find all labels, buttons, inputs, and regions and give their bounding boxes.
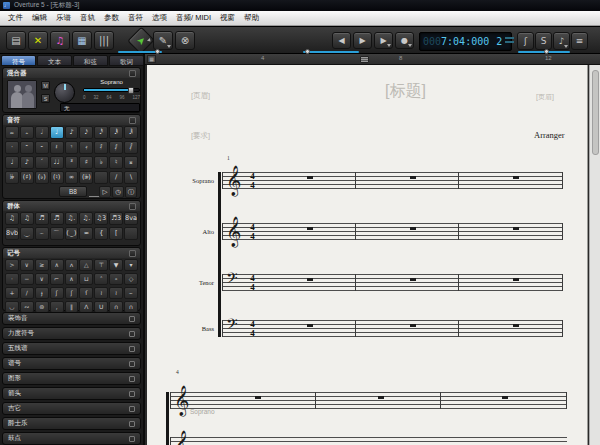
expand-icon[interactable] [129,346,135,352]
note-duration-cell[interactable]: 𝅘𝅥𝅰 [94,126,108,139]
beam-group-cell[interactable]: 8va [124,212,138,225]
accidental-cell[interactable]: \ [124,171,138,184]
articulation-cell[interactable]: ſ [79,287,93,299]
collapse-icon[interactable] [129,250,136,257]
menu-item[interactable]: 音符 [128,13,143,23]
articulation-cell[interactable]: ≥ [35,259,49,271]
collapse-icon[interactable] [129,203,136,210]
vertical-scrollbar[interactable] [589,65,600,445]
staff-label-bass[interactable]: Bass [152,325,214,332]
expand-icon[interactable] [129,406,135,412]
ruler-options-button[interactable]: ▦ [147,55,156,63]
page-header-right-placeholder[interactable]: [页眉] [536,92,554,102]
accidental-cell[interactable]: ♮ [109,156,123,169]
beam-group-cell[interactable]: ♫3 [94,212,108,225]
articulation-cell[interactable]: − [20,273,34,285]
accidental-cell[interactable]: ³ [65,156,79,169]
staff-label-alto[interactable]: Alto [152,228,214,235]
rest-cell[interactable]: 𝄽 [50,141,64,154]
slur-group-cell[interactable]: (‿) [65,227,79,240]
articulation-cell[interactable]: ◇ [124,273,138,285]
beam-group-cell[interactable]: ♬3 [109,212,123,225]
menu-item[interactable]: 音轨 [80,13,95,23]
rewind-button[interactable]: ◀ [332,32,351,49]
slur-group-cell[interactable]: [ [109,227,123,240]
note-duration-cell[interactable]: 𝅘𝅥𝅱 [109,126,123,139]
note-duration-cell[interactable]: 𝅜 [5,126,19,139]
eraser-tool-button[interactable]: ⊗ [175,31,195,50]
page-title-placeholder[interactable]: [标题] [385,81,426,102]
rest-cell[interactable]: 𝄿 [79,141,93,154]
playback-mode-button[interactable]: ▷ [99,186,111,198]
note-duration-cell[interactable]: 𝅘𝅥𝅲 [124,126,138,139]
accidental-cell[interactable]: (♭) [35,171,49,184]
staff-alto-system2[interactable]: 𝄞 [170,437,567,445]
menu-item[interactable]: 选项 [152,13,167,23]
rest-cell[interactable]: 𝄻 [20,141,34,154]
accidental-cell[interactable]: ∞ [65,171,79,184]
beam-group-cell[interactable]: ♫. [79,212,93,225]
notes-palette-button[interactable]: ♫ [50,31,70,50]
articulation-cell[interactable]: ≀ [109,287,123,299]
play-options-button[interactable]: ▶ [374,32,393,49]
rest-cell[interactable]: 𝄾 [65,141,79,154]
articulation-cell[interactable]: ∨ [35,273,49,285]
panel-bar-drums[interactable]: 鼓点 [2,432,141,445]
beam-group-cell[interactable]: ♫ [5,212,19,225]
menu-item[interactable]: 参数 [104,13,119,23]
slur-group-cell[interactable]: ‿ [20,227,34,240]
accidental-cell[interactable]: ♭ [94,156,108,169]
articulation-cell[interactable]: ∧ [65,273,79,285]
accidental-cell[interactable]: 𝄪 [124,156,138,169]
panel-bar-jazz[interactable]: 爵士乐 [2,417,141,430]
accidental-cell[interactable]: 𝄫 [5,171,19,184]
articulation-cell[interactable]: ∧ [50,259,64,271]
staff-label-tenor[interactable]: Tenor [152,279,214,286]
articulation-cell[interactable]: △ [79,259,93,271]
tab-symbols[interactable]: 符号 [1,55,36,66]
panel-bar-guitar[interactable]: 吉它 [2,402,141,415]
staff-soprano-system2[interactable]: 𝄞 [170,392,567,409]
articulation-cell[interactable]: ⌢ [124,287,138,299]
mixer-panel-header[interactable]: 混合器 [3,68,140,78]
scrollbar-thumb[interactable] [592,70,599,155]
articulation-cell[interactable]: ʃ [50,287,64,299]
rest-cell[interactable]: 𝅂 [124,141,138,154]
collapse-icon[interactable] [129,70,136,77]
record-button[interactable]: ● [395,32,414,49]
menu-item[interactable]: 文件 [8,13,23,23]
slur-group-cell[interactable]: ⌒ [50,227,64,240]
instruction-placeholder[interactable]: [要求] [191,131,210,141]
solo-button[interactable]: S [41,94,50,103]
articulation-cell[interactable]: · [5,273,19,285]
articulation-cell[interactable]: ≀ [94,287,108,299]
mixer-button[interactable]: ||| [94,31,114,50]
accidental-cell[interactable]: / [109,171,123,184]
slur-group-cell[interactable]: ⌣ [35,227,49,240]
pencil-tool-button[interactable]: ✎ [153,31,173,50]
note-quarter-selected[interactable]: ♩ [50,126,64,139]
expand-icon[interactable] [129,421,135,427]
note-duration-cell[interactable]: ♪ [65,126,79,139]
slur-group-cell[interactable]: ≈ [79,227,93,240]
accidental-cell[interactable]: ˊ [35,156,49,169]
articulation-cell[interactable]: ⌐ [50,273,64,285]
panel-bar-graphics[interactable]: 图形 [2,372,141,385]
ruler-handle[interactable] [360,56,369,63]
play-button[interactable]: ▶ [353,32,372,49]
score-page[interactable]: [页眉] [标题] [页眉] [要求] Arranger 1 Soprano 𝄞… [147,65,588,445]
articulation-cell[interactable]: + [5,287,19,299]
menu-item[interactable]: 帮助 [244,13,259,23]
duration-clock-button[interactable]: ◷ [112,186,124,198]
tab-lyrics[interactable]: 歌词 [109,55,144,66]
expand-icon[interactable] [129,376,135,382]
transport-slider[interactable] [303,51,359,53]
expand-icon[interactable] [129,391,135,397]
articulation-cell[interactable]: / [20,287,34,299]
track-overview-button[interactable]: ≡ [571,32,588,50]
articulation-cell[interactable]: > [5,259,19,271]
articulation-cell[interactable]: ʌ [65,259,79,271]
swing-tool-button[interactable]: ʃ [517,32,534,50]
mute-button[interactable]: M [41,81,50,90]
accidental-cell[interactable]: ♯ [79,156,93,169]
